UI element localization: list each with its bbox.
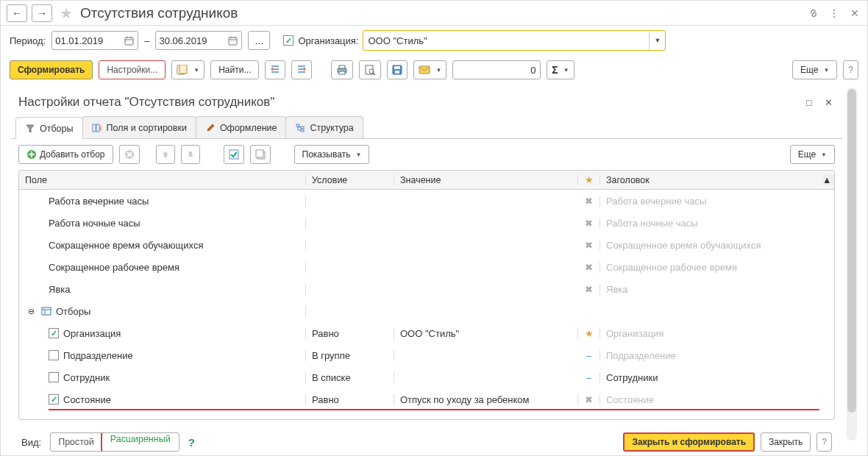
row-field-label: Сокращенное рабочее время bbox=[49, 262, 179, 273]
row-checkbox[interactable] bbox=[49, 394, 59, 405]
save-button[interactable] bbox=[387, 60, 408, 79]
svg-rect-17 bbox=[394, 66, 400, 69]
main-scrollbar[interactable] bbox=[847, 88, 857, 441]
row-star[interactable]: ✖ bbox=[578, 218, 600, 229]
col-field-header[interactable]: Поле bbox=[19, 175, 306, 185]
org-checkbox[interactable]: ✓ bbox=[283, 35, 294, 46]
table-row[interactable]: СотрудникВ списке–Сотрудники bbox=[19, 366, 834, 388]
print-button[interactable] bbox=[331, 60, 353, 79]
menu-icon[interactable]: ⋮ bbox=[828, 7, 841, 20]
grid-body[interactable]: Работа вечерние часы✖Работа вечерние час… bbox=[19, 190, 834, 419]
tree-toggle-icon[interactable]: ⊖ bbox=[28, 307, 37, 316]
link-icon[interactable] bbox=[807, 7, 820, 20]
org-select[interactable]: ООО "Стиль" ▼ bbox=[363, 30, 666, 51]
row-star[interactable]: – bbox=[578, 350, 600, 361]
variants-button[interactable]: ▼ bbox=[171, 60, 204, 79]
tab-design[interactable]: Оформление bbox=[196, 116, 287, 138]
footer-help-button[interactable]: ? bbox=[817, 432, 832, 452]
period-from-value: 01.01.2019 bbox=[55, 35, 123, 46]
view-label: Вид: bbox=[21, 437, 41, 448]
close-icon[interactable]: ✕ bbox=[848, 7, 861, 20]
col-hdr-header[interactable]: Заголовок bbox=[600, 175, 822, 185]
row-field-label: Отборы bbox=[56, 306, 90, 317]
table-row[interactable]: ОрганизацияРавноООО "Стиль"★Организация bbox=[19, 322, 834, 344]
tab-structure[interactable]: Структура bbox=[285, 116, 363, 138]
chevron-down-icon[interactable]: ▼ bbox=[649, 31, 665, 50]
org-label: Организация: bbox=[298, 35, 358, 46]
table-row[interactable]: Работа вечерние часы✖Работа вечерние час… bbox=[19, 190, 834, 212]
row-checkbox[interactable] bbox=[49, 328, 59, 338]
table-row[interactable]: Явка✖Явка bbox=[19, 278, 834, 300]
help-button[interactable]: ? bbox=[843, 60, 858, 79]
table-row[interactable]: Сокращенное время обучающихся✖Сокращенно… bbox=[19, 234, 834, 256]
row-header-label: Явка bbox=[600, 284, 834, 295]
find-button[interactable]: Найти... bbox=[210, 60, 259, 79]
uncheck-all-button[interactable] bbox=[250, 145, 271, 164]
remove-filter-button[interactable] bbox=[119, 145, 140, 164]
form-button[interactable]: Сформировать bbox=[10, 60, 93, 79]
table-row[interactable]: Работа ночные часы✖Работа ночные часы bbox=[19, 212, 834, 234]
view-simple-button[interactable]: Простой bbox=[51, 433, 102, 451]
period-more-button[interactable]: … bbox=[248, 31, 270, 50]
row-star[interactable]: ✖ bbox=[578, 196, 600, 207]
col-star-header[interactable]: ★ bbox=[578, 174, 600, 185]
table-row[interactable]: СостояниеРавноОтпуск по уходу за ребенко… bbox=[19, 388, 834, 410]
svg-rect-20 bbox=[93, 124, 96, 132]
row-condition: В группе bbox=[306, 350, 394, 361]
row-condition: Равно bbox=[306, 394, 394, 405]
row-star[interactable]: ✖ bbox=[578, 240, 600, 251]
collapse-all-button[interactable] bbox=[291, 60, 312, 79]
move-down-button[interactable] bbox=[181, 145, 200, 164]
more-button[interactable]: Еще▼ bbox=[792, 60, 837, 79]
footer: Вид: Простой Расширенный ? Закрыть и сфо… bbox=[11, 427, 842, 456]
period-from-input[interactable]: 01.01.2019 bbox=[51, 31, 138, 50]
panel-more-button[interactable]: Еще▼ bbox=[790, 145, 835, 164]
email-button[interactable]: ▼ bbox=[413, 60, 447, 79]
add-filter-button[interactable]: Добавить отбор bbox=[18, 145, 113, 164]
row-header-label: Сокращенное время обучающихся bbox=[600, 240, 834, 251]
filter-group-icon bbox=[41, 307, 51, 316]
main-toolbar: Сформировать Настройки... ▼ Найти... ▼ 0… bbox=[1, 55, 867, 85]
close-and-form-button[interactable]: Закрыть и сформировать bbox=[623, 432, 755, 452]
number-input[interactable]: 0 bbox=[452, 60, 541, 79]
move-up-button[interactable] bbox=[156, 145, 175, 164]
row-header-label: Сотрудники bbox=[600, 372, 834, 383]
preview-button[interactable] bbox=[359, 60, 381, 79]
period-to-value: 30.06.2019 bbox=[159, 35, 227, 46]
calendar-icon[interactable] bbox=[227, 36, 238, 46]
row-star[interactable]: ★ bbox=[578, 328, 600, 339]
table-row[interactable]: Сокращенное рабочее время✖Сокращенное ра… bbox=[19, 256, 834, 278]
view-advanced-button[interactable]: Расширенный bbox=[103, 434, 178, 444]
col-cond-header[interactable]: Условие bbox=[306, 175, 394, 185]
sum-button[interactable]: Σ▼ bbox=[547, 60, 574, 79]
tab-fields[interactable]: Поля и сортировки bbox=[82, 116, 196, 138]
close-panel-icon[interactable]: ✕ bbox=[822, 96, 835, 109]
row-star[interactable]: ✖ bbox=[578, 262, 600, 273]
close-button[interactable]: Закрыть bbox=[761, 432, 811, 452]
calendar-icon[interactable] bbox=[123, 36, 135, 46]
nav-forward-button[interactable]: → bbox=[32, 4, 52, 22]
row-condition: Равно bbox=[306, 328, 394, 339]
row-checkbox[interactable] bbox=[49, 372, 59, 382]
help-icon[interactable]: ? bbox=[188, 436, 195, 449]
check-all-button[interactable] bbox=[224, 145, 244, 164]
tab-filters[interactable]: Отборы bbox=[15, 117, 83, 139]
row-star[interactable]: ✖ bbox=[578, 394, 600, 405]
expand-all-button[interactable] bbox=[265, 60, 285, 79]
scrollbar-thumb[interactable] bbox=[847, 89, 856, 413]
row-checkbox[interactable] bbox=[49, 350, 59, 360]
table-row[interactable]: ПодразделениеВ группе–Подразделение bbox=[19, 344, 834, 366]
svg-rect-18 bbox=[395, 71, 399, 74]
nav-back-button[interactable]: ← bbox=[7, 4, 27, 22]
row-star[interactable]: ✖ bbox=[578, 284, 600, 295]
period-to-input[interactable]: 30.06.2019 bbox=[155, 31, 242, 50]
favorite-star-icon[interactable]: ★ bbox=[60, 4, 73, 22]
maximize-icon[interactable]: □ bbox=[803, 96, 816, 109]
show-dropdown[interactable]: Показывать▼ bbox=[294, 145, 370, 164]
settings-button[interactable]: Настройки... bbox=[99, 60, 166, 79]
row-header-label: Состояние bbox=[600, 394, 834, 405]
row-star[interactable]: – bbox=[578, 372, 600, 383]
col-val-header[interactable]: Значение bbox=[394, 175, 578, 185]
table-row[interactable]: ⊖Отборы bbox=[19, 300, 834, 322]
row-header-label: Сокращенное рабочее время bbox=[600, 262, 834, 273]
